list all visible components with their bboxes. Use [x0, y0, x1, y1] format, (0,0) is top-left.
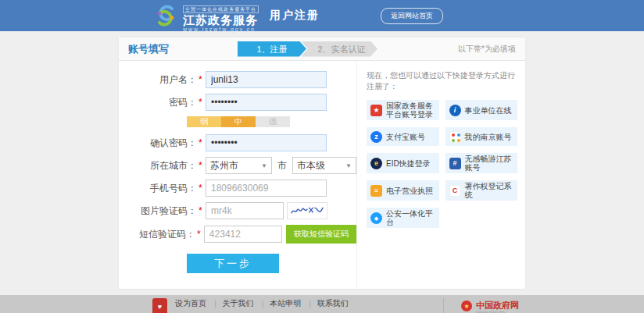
china-gov-site-url: www.gov.cn	[476, 310, 519, 313]
eid-icon	[370, 158, 382, 169]
username-row: 用户名： *	[119, 71, 356, 88]
step-register: 1、注册	[238, 41, 306, 57]
captcha-row: 图片验证码： *	[119, 202, 356, 219]
quick-login-label: 公安一体化平台	[386, 209, 435, 226]
required-note: 以下带*为必填项	[458, 44, 516, 55]
public-security-icon	[370, 212, 382, 224]
chevron-down-icon: ▼	[261, 162, 267, 169]
quick-login-label: 国家政务服务平台账号登录	[386, 101, 435, 119]
get-sms-code-button[interactable]: 获取短信验证码	[286, 225, 356, 244]
site-url: www.jszwfw.gov.cn	[183, 27, 259, 32]
register-card: 账号填写 1、注册 2、实名认证 以下带*为必填项 用户名： * 密码： *	[119, 37, 525, 289]
footer-links: 设为首页 关于我们 本站申明 联系我们	[175, 298, 412, 309]
quick-login-label: 支付宝账号	[386, 133, 425, 141]
quick-login-label: 电子营业执照	[386, 187, 433, 195]
quick-login-public-security[interactable]: 公安一体化平台	[367, 208, 439, 228]
quick-login-label: 无感畅游江苏账号	[465, 155, 514, 172]
city-select-value: 苏州市	[210, 159, 238, 173]
captcha-image[interactable]	[287, 202, 327, 219]
district-select-value: 市本级	[297, 159, 325, 173]
quick-login-eid[interactable]: EID快捷登录	[367, 153, 439, 173]
main-area: 账号填写 1、注册 2、实名认证 以下带*为必填项 用户名： * 密码： *	[0, 31, 644, 289]
quick-login-jiangsu-travel[interactable]: 无感畅游江苏账号	[445, 153, 518, 173]
site-logo-swirl-icon	[153, 3, 178, 28]
quick-login-national-platform[interactable]: 国家政务服务平台账号登录	[367, 100, 439, 120]
register-form: 用户名： * 密码： * 弱 中 强 确认密码： *	[119, 61, 357, 287]
institution-icon	[449, 105, 461, 116]
city-middle-label: 市	[277, 159, 287, 173]
required-star: *	[199, 74, 203, 85]
city-label: 所在城市：	[119, 159, 197, 173]
site-name: 江苏政务服务	[183, 14, 259, 27]
e-license-icon	[370, 185, 382, 197]
china-gov-site-link[interactable]: 中国政府网 www.gov.cn	[461, 298, 519, 313]
quick-login-label: 我的南京账号	[465, 133, 512, 141]
china-gov-site-name: 中国政府网	[476, 301, 519, 310]
password-row: 密码： *	[119, 94, 356, 111]
quick-login-copyright[interactable]: 著作权登记系统	[445, 180, 518, 201]
quick-login-my-nanjing[interactable]: 我的南京账号	[445, 127, 518, 146]
city-row: 所在城市： * 苏州市 ▼ 市 市本级 ▼	[119, 157, 356, 174]
confirm-password-row: 确认密码： *	[119, 134, 356, 151]
footer-link-set-home[interactable]: 设为首页	[175, 299, 206, 308]
password-strength-meter: 弱 中 强	[187, 116, 356, 127]
district-select[interactable]: 市本级 ▼	[292, 157, 356, 174]
confirm-password-label: 确认密码：	[119, 137, 197, 150]
strength-medium: 中	[221, 116, 256, 127]
step-bar: 账号填写 1、注册 2、实名认证 以下带*为必填项	[119, 37, 525, 61]
quick-login-label: 事业单位在线	[465, 106, 512, 115]
captcha-label: 图片验证码：	[119, 205, 197, 218]
logo-banner-text: 全国一体化在线政务服务平台	[183, 5, 259, 13]
quick-login-label: EID快捷登录	[386, 159, 431, 168]
page-title: 用户注册	[270, 9, 320, 23]
step-indicator: 1、注册 2、实名认证	[238, 41, 377, 57]
required-star: *	[199, 160, 203, 171]
header-bar: 全国一体化在线政务服务平台 江苏政务服务 www.jszwfw.gov.cn 用…	[0, 0, 644, 31]
captcha-input[interactable]	[206, 202, 284, 219]
required-star: *	[199, 183, 203, 194]
mobile-row: 手机号码： *	[119, 180, 356, 197]
quick-login-e-license[interactable]: 电子营业执照	[367, 180, 439, 201]
section-title: 账号填写	[128, 42, 169, 56]
mobile-input[interactable]	[206, 180, 327, 197]
step-realname: 2、实名认证	[301, 41, 377, 57]
sms-row: 短信验证码： * 获取短信验证码	[119, 225, 356, 244]
quick-login-alipay[interactable]: 支付宝账号	[367, 127, 439, 146]
back-to-home-button[interactable]: 返回网站首页	[381, 8, 443, 24]
username-label: 用户名：	[119, 73, 197, 87]
required-star: *	[199, 137, 203, 148]
password-label: 密码：	[119, 96, 197, 109]
footer-link-statement[interactable]: 本站申明	[256, 299, 301, 308]
confirm-password-input[interactable]	[206, 134, 327, 151]
china-gov-emblem-icon	[461, 301, 472, 311]
site-logo: 全国一体化在线政务服务平台 江苏政务服务 www.jszwfw.gov.cn	[183, 0, 259, 32]
strength-strong: 强	[256, 116, 290, 127]
footer-link-contact[interactable]: 联系我们	[303, 299, 349, 308]
jiangsu-travel-icon	[449, 158, 461, 169]
quick-login-panel: 现在，您也可以通过以下快捷登录方式进行注册了： 国家政务服务平台账号登录 事业单…	[357, 61, 525, 287]
city-select[interactable]: 苏州市 ▼	[206, 157, 272, 174]
quick-login-note: 现在，您也可以通过以下快捷登录方式进行注册了：	[367, 70, 517, 92]
next-step-button[interactable]: 下一步	[187, 254, 279, 273]
mobile-label: 手机号码：	[119, 182, 197, 195]
footer-emblem-icon	[152, 298, 167, 313]
copyright-icon	[449, 185, 461, 197]
required-star: *	[199, 97, 203, 108]
required-star: *	[199, 205, 203, 216]
footer-divider	[443, 298, 444, 313]
quick-login-label: 著作权登记系统	[465, 182, 514, 199]
footer-link-about[interactable]: 关于我们	[209, 299, 254, 308]
required-star: *	[197, 229, 202, 240]
chevron-down-icon: ▼	[345, 162, 352, 169]
my-nanjing-icon	[449, 131, 461, 143]
strength-weak: 弱	[187, 116, 221, 127]
password-input[interactable]	[206, 94, 327, 111]
national-emblem-icon	[370, 105, 382, 116]
quick-login-institution[interactable]: 事业单位在线	[445, 100, 518, 120]
alipay-icon	[370, 131, 382, 143]
sms-code-input[interactable]	[204, 226, 282, 243]
sms-label: 短信验证码：	[119, 228, 195, 241]
username-input[interactable]	[206, 71, 327, 88]
footer: 设为首页 关于我们 本站申明 联系我们 主办：江苏省政务服务管理办公室 运行维护…	[0, 295, 644, 313]
